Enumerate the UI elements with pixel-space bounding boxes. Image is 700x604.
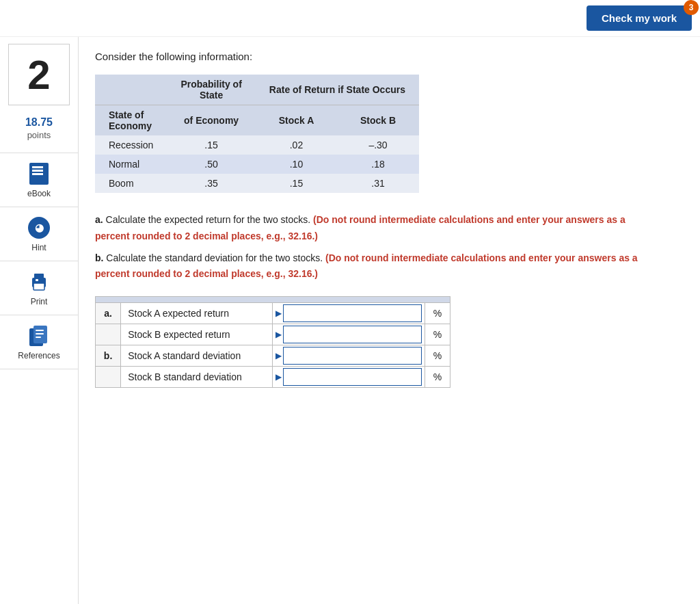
table-row: Boom .35 .15 .31 (95, 174, 419, 193)
hint-label: Hint (31, 243, 46, 252)
stockb-recession: –.30 (337, 135, 419, 155)
answer-input-cell-stocka-stddev: ▶ (273, 345, 425, 367)
input-stockb-stddev[interactable] (283, 368, 421, 386)
table-prob-header: of Economy (167, 105, 255, 136)
rate-of-return-header: Rate of Return if State Occurs (256, 75, 419, 105)
answer-label-b: b. (96, 345, 121, 367)
svg-rect-2 (33, 283, 44, 290)
sidebar-item-hint[interactable]: ◕ Hint (0, 207, 78, 261)
input-stockb-expected[interactable] (283, 326, 421, 343)
input-arrow-icon: ▶ (275, 351, 282, 360)
answer-row-stocka-stddev: b. Stock A standard deviation ▶ % (96, 345, 450, 367)
state-boom: Boom (95, 174, 167, 193)
answer-desc-stockb-expected: Stock B expected return (121, 324, 273, 345)
svg-rect-7 (36, 333, 44, 334)
print-icon (27, 270, 51, 294)
instructions: a. Calculate the expected return for the… (95, 212, 650, 283)
stockb-normal: .18 (337, 155, 419, 174)
table-row: Normal .50 .10 .18 (95, 155, 419, 174)
table-state-header: State ofEconomy (95, 105, 167, 136)
sidebar-item-print[interactable]: Print (0, 261, 78, 315)
table-row: Recession .15 .02 –.30 (95, 135, 419, 155)
sidebar-item-references[interactable]: References (0, 315, 78, 369)
answer-row-stocka-expected: a. Stock A expected return ▶ % (96, 303, 450, 324)
prob-recession: .15 (167, 135, 255, 155)
intro-text: Consider the following information: (95, 51, 650, 62)
sidebar: 2 18.75 points eBook ◕ Hint (0, 37, 79, 604)
print-label: Print (31, 297, 48, 306)
answer-label-a: a. (96, 303, 121, 324)
prob-boom: .35 (167, 174, 255, 193)
answer-input-cell-stocka-expected: ▶ (273, 303, 425, 324)
answer-desc-stockb-stddev: Stock B standard deviation (121, 367, 273, 388)
svg-rect-1 (34, 274, 44, 279)
table-col1-header (95, 75, 167, 105)
instruction-a-bold: (Do not round intermediate calculations … (95, 214, 625, 241)
input-stocka-stddev[interactable] (283, 347, 421, 365)
prob-normal: .50 (167, 155, 255, 174)
instruction-b-bold: (Do not round intermediate calculations … (95, 252, 638, 280)
pct-stockb-stddev: % (425, 367, 450, 388)
check-my-work-button[interactable]: Check my work 3 (587, 5, 692, 31)
check-my-work-label: Check my work (602, 12, 677, 24)
content-area: Consider the following information: Prob… (79, 37, 667, 604)
ebook-label: eBook (27, 189, 51, 198)
header-bar: Check my work 3 (0, 0, 700, 37)
points-value: 18.75 (25, 116, 53, 129)
points-label: points (27, 130, 51, 140)
references-icon (27, 324, 51, 348)
main-layout: 2 18.75 points eBook ◕ Hint (0, 37, 700, 604)
answer-input-cell-stockb-expected: ▶ (273, 324, 425, 345)
answer-label-blank2 (96, 367, 121, 388)
check-badge: 3 (684, 0, 699, 15)
input-arrow-icon: ▶ (275, 372, 282, 382)
references-label: References (18, 351, 59, 360)
question-number: 2 (27, 51, 50, 99)
answer-table: a. Stock A expected return ▶ % Stock B e… (95, 296, 450, 388)
answer-row-stockb-expected: Stock B expected return ▶ % (96, 324, 450, 345)
table-stocka-header: Stock A (256, 105, 337, 136)
stocka-recession: .02 (256, 135, 337, 155)
pct-stockb-expected: % (425, 324, 450, 345)
question-number-box: 2 (8, 44, 70, 105)
input-arrow-icon: ▶ (275, 308, 282, 318)
table-col2-header: Probability ofState (167, 75, 255, 105)
stocka-boom: .15 (256, 174, 337, 193)
instruction-a: a. Calculate the expected return for the… (95, 212, 650, 245)
answer-row-stockb-stddev: Stock B standard deviation ▶ % (96, 367, 450, 388)
input-stocka-expected[interactable] (283, 304, 421, 322)
answer-desc-stocka-expected: Stock A expected return (121, 303, 273, 324)
stocka-normal: .10 (256, 155, 337, 174)
answer-label-blank1 (96, 324, 121, 345)
book-icon (27, 161, 51, 186)
hint-icon: ◕ (27, 215, 51, 240)
pct-stocka-stddev: % (425, 345, 450, 367)
pct-stocka-expected: % (425, 303, 450, 324)
instruction-b: b. Calculate the standard deviation for … (95, 250, 650, 283)
svg-rect-3 (36, 279, 38, 281)
answer-table-header (96, 297, 450, 303)
state-recession: Recession (95, 135, 167, 155)
sidebar-item-ebook[interactable]: eBook (0, 153, 78, 207)
svg-rect-8 (36, 337, 41, 338)
state-normal: Normal (95, 155, 167, 174)
answer-desc-stocka-stddev: Stock A standard deviation (121, 345, 273, 367)
stockb-boom: .31 (337, 174, 419, 193)
svg-rect-6 (36, 330, 44, 331)
input-arrow-icon: ▶ (275, 330, 282, 339)
data-table: Probability ofState Rate of Return if St… (95, 75, 419, 193)
answer-input-cell-stockb-stddev: ▶ (273, 367, 425, 388)
table-stockb-header: Stock B (337, 105, 419, 136)
